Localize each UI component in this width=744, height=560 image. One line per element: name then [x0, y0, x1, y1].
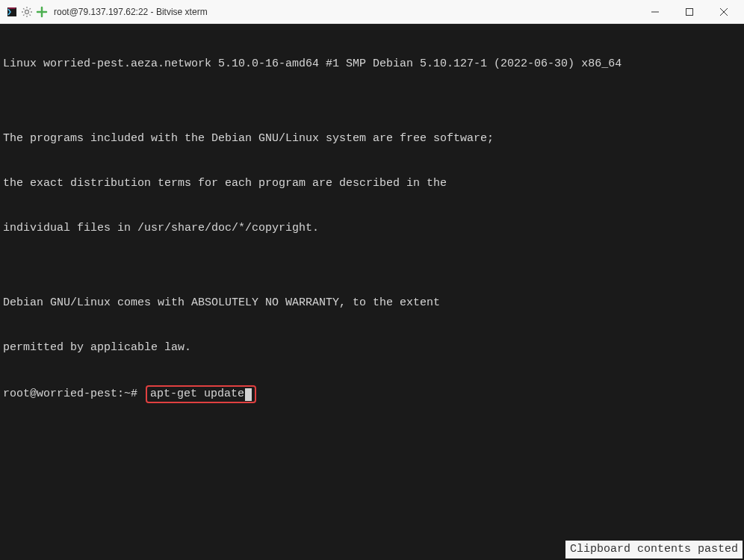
- terminal-output-line: permitted by applicable law.: [3, 340, 741, 355]
- window-controls: [638, 0, 741, 24]
- typed-command: apt-get update: [150, 387, 244, 402]
- svg-rect-0: [7, 7, 16, 16]
- app-icon: [6, 6, 18, 18]
- prompt-line: root@worried-pest:~# apt-get update: [3, 385, 741, 403]
- titlebar-icons: [3, 6, 48, 18]
- terminal-output-line: individual files in /usr/share/doc/*/cop…: [3, 221, 741, 236]
- plus-icon[interactable]: [36, 6, 48, 18]
- terminal-window: root@79.137.197.62:22 - Bitvise xterm Li…: [0, 0, 744, 560]
- window-title: root@79.137.197.62:22 - Bitvise xterm: [54, 7, 208, 17]
- shell-prompt: root@worried-pest:~#: [3, 387, 144, 402]
- maximize-button[interactable]: [672, 0, 707, 24]
- terminal-output-line: Debian GNU/Linux comes with ABSOLUTELY N…: [3, 296, 741, 311]
- terminal-output-line: the exact distribution terms for each pr…: [3, 176, 741, 191]
- svg-point-1: [25, 10, 29, 13]
- gear-icon[interactable]: [21, 6, 33, 18]
- svg-rect-2: [686, 8, 693, 15]
- titlebar[interactable]: root@79.137.197.62:22 - Bitvise xterm: [0, 0, 744, 24]
- terminal-output-line: Linux worried-pest.aeza.network 5.10.0-1…: [3, 57, 741, 72]
- close-button[interactable]: [707, 0, 741, 24]
- command-highlight-box: apt-get update: [146, 385, 256, 403]
- minimize-button[interactable]: [638, 0, 672, 24]
- cursor-icon: [245, 388, 252, 401]
- clipboard-notice: Clipboard contents pasted: [565, 541, 743, 559]
- terminal-area[interactable]: Linux worried-pest.aeza.network 5.10.0-1…: [0, 24, 744, 560]
- terminal-output-line: The programs included with the Debian GN…: [3, 131, 741, 146]
